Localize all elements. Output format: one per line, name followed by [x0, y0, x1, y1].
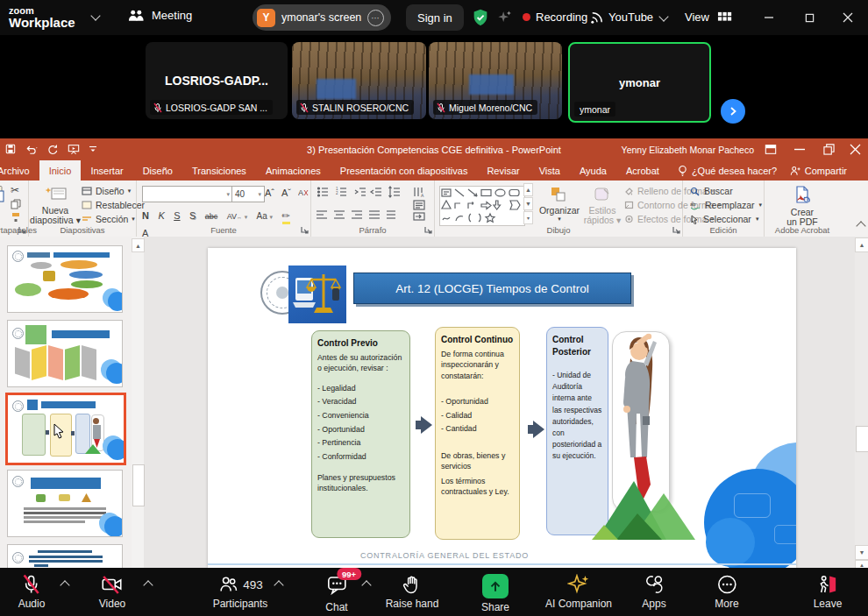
tab-archivo[interactable]: Archivo	[0, 160, 39, 181]
ribbon-display-options-icon[interactable]	[765, 144, 777, 155]
video-button[interactable]: Video	[99, 574, 125, 610]
sign-in-button[interactable]: Sign in	[406, 4, 464, 31]
participant-tile[interactable]: LOSRIOS-GADP... LOSRIOS-GADP SAN ...	[146, 42, 288, 119]
leave-button[interactable]: Leave	[814, 574, 843, 610]
arrange-button[interactable]: Organizar ▾	[537, 182, 582, 223]
shield-check-icon[interactable]	[471, 8, 490, 27]
shrink-font-button[interactable]: Aˇ	[281, 188, 291, 198]
participants-button[interactable]: 493 Participants	[213, 574, 268, 610]
view-label[interactable]: View	[685, 11, 709, 24]
highlight-color-button[interactable]: ✏︎	[282, 210, 290, 224]
list-and-indent-icons[interactable]: 12	[317, 186, 408, 198]
account-name[interactable]: Yenny Elizabeth Monar Pacheco	[622, 138, 754, 160]
scroll-up-button[interactable]: ▲	[132, 238, 145, 252]
tab-transiciones[interactable]: Transiciones	[182, 160, 256, 181]
chat-options-chevron[interactable]	[361, 580, 371, 590]
create-pdf-button[interactable]: Crear un PDF	[780, 182, 824, 227]
paste-button[interactable]	[0, 184, 5, 207]
sparkle-icon[interactable]	[495, 9, 513, 26]
chat-button[interactable]: 99+ Chat	[325, 574, 347, 613]
start-slideshow-icon[interactable]	[68, 144, 80, 155]
next-participants-button[interactable]	[721, 99, 745, 124]
bold-button[interactable]: N	[142, 210, 149, 221]
character-spacing-button[interactable]: AV↔ ▾	[227, 212, 247, 221]
participant-tile[interactable]: STALIN ROSERO/CNC	[292, 42, 426, 119]
video-options-chevron[interactable]	[143, 580, 153, 590]
audio-button[interactable]: Audio	[18, 574, 46, 610]
slide-thumbnail-3-selected[interactable]	[5, 393, 126, 465]
format-painter-icon[interactable]	[11, 212, 21, 223]
section-button[interactable]: Sección▾	[82, 214, 135, 224]
share-button[interactable]: Compartir	[790, 160, 847, 181]
copy-icon[interactable]	[11, 199, 21, 209]
change-case-button[interactable]: Aa ▾	[257, 211, 274, 221]
screen-share-pill[interactable]: Y ymonar's screen ⋯	[253, 4, 391, 31]
scrollbar-thumb[interactable]	[856, 426, 868, 452]
slide-thumbnail-5[interactable]	[7, 544, 123, 569]
close-icon[interactable]	[850, 144, 861, 155]
save-icon[interactable]	[5, 144, 16, 154]
quick-styles-button[interactable]: Estilos rápidos ▾	[582, 182, 623, 225]
participants-options-chevron[interactable]	[274, 580, 283, 590]
dialog-launcher-icon[interactable]	[424, 226, 432, 234]
restore-icon[interactable]	[823, 144, 835, 155]
more-button[interactable]: More	[715, 574, 738, 610]
tab-presentacion[interactable]: Presentación con diapositivas	[331, 160, 478, 181]
scroll-down-button[interactable]: ▼	[855, 545, 868, 560]
tab-inicio[interactable]: Inicio	[39, 160, 82, 181]
slide-thumbnail-1[interactable]	[7, 245, 123, 313]
tab-acrobat[interactable]: Acrobat	[616, 160, 669, 181]
slide-thumbnail-4[interactable]	[7, 470, 123, 537]
apps-button[interactable]: Apps	[642, 574, 665, 610]
participant-tile-active-speaker[interactable]: ymonar ymonar	[568, 42, 711, 123]
text-shadow-button[interactable]: S	[189, 210, 196, 221]
thumbnails-scrollbar[interactable]: ▲	[132, 237, 144, 568]
scrollbar-thumb[interactable]	[132, 464, 145, 506]
dialog-launcher-icon[interactable]	[301, 226, 309, 234]
share-screen-button[interactable]: Share	[481, 574, 509, 613]
clear-formatting-icon[interactable]: A	[298, 188, 309, 198]
tab-insertar[interactable]: Insertar	[81, 160, 132, 181]
strikethrough-button[interactable]: abc	[205, 212, 218, 221]
tab-vista[interactable]: Vista	[530, 160, 570, 181]
minimize-icon[interactable]	[794, 148, 805, 151]
customize-quick-access-icon[interactable]	[89, 145, 97, 153]
undo-icon[interactable]	[25, 144, 39, 154]
shapes-scroll-buttons[interactable]: ▲ ▼ ▾	[523, 183, 533, 224]
meeting-tab[interactable]: Meeting	[128, 9, 192, 22]
chevron-down-icon[interactable]	[658, 11, 668, 21]
main-slide[interactable]: Art. 12 (LOCGE) Tiempos de Control Contr…	[208, 248, 796, 568]
close-icon[interactable]	[835, 6, 861, 29]
grow-font-button[interactable]: Aˆ	[265, 188, 274, 198]
tell-me-search[interactable]: ¿Qué desea hacer?	[669, 160, 786, 181]
text-direction-icons[interactable]: A	[413, 186, 427, 221]
underline-button[interactable]: S	[174, 210, 180, 221]
new-slide-button[interactable]: Nueva diapositiva ▾	[32, 182, 78, 225]
slide-thumbnail-2[interactable]	[7, 320, 123, 387]
select-button[interactable]: Seleccionar▾	[690, 214, 758, 224]
font-size-combo[interactable]: 40▾	[231, 186, 265, 202]
ai-companion-button[interactable]: AI Companion	[545, 574, 612, 610]
tab-animaciones[interactable]: Animaciones	[256, 160, 331, 181]
layout-button[interactable]: Diseño▾	[82, 186, 131, 196]
tab-revisar[interactable]: Revisar	[477, 160, 529, 181]
scroll-up-button[interactable]: ▲	[855, 237, 868, 252]
maximize-icon[interactable]	[796, 6, 822, 29]
audio-options-chevron[interactable]	[60, 580, 69, 590]
italic-button[interactable]: K	[158, 210, 164, 221]
tab-ayuda[interactable]: Ayuda	[570, 160, 616, 181]
youtube-live-label[interactable]: YouTube	[608, 11, 653, 24]
find-button[interactable]: Buscar	[690, 186, 733, 196]
participant-tile[interactable]: Miguel Moreno/CNC	[429, 42, 562, 119]
cut-button[interactable]: ✂	[11, 184, 19, 196]
raise-hand-button[interactable]: Raise hand	[386, 574, 439, 610]
reset-button[interactable]: Restablecer	[82, 200, 145, 210]
replace-button[interactable]: ab Reemplazar▾	[690, 200, 762, 210]
more-options-icon[interactable]: ⋯	[367, 10, 384, 26]
alignment-icons[interactable]	[317, 209, 395, 221]
collapse-ribbon-button[interactable]	[857, 217, 864, 233]
shapes-gallery[interactable]	[439, 186, 525, 226]
tab-diseno[interactable]: Diseño	[133, 160, 182, 181]
vertical-scrollbar[interactable]: ▲ ▼ ▲	[855, 237, 868, 568]
font-name-combo[interactable]: ▾	[142, 186, 233, 202]
